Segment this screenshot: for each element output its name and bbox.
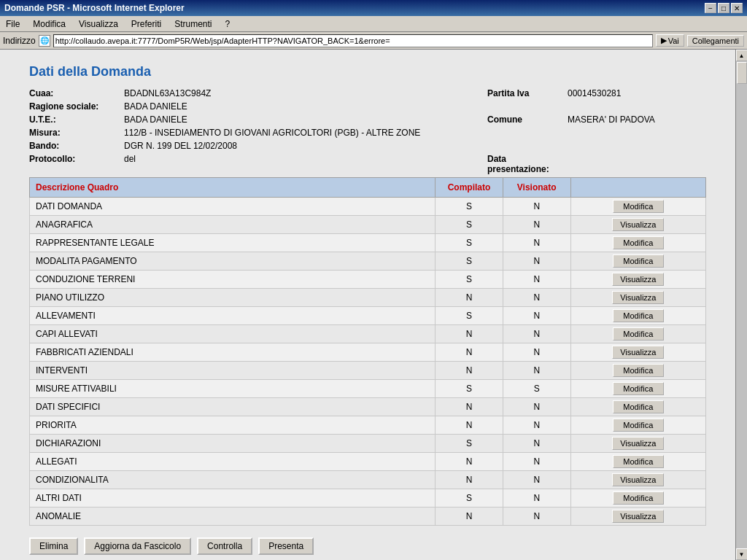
visualizza-row-button[interactable]: Visualizza — [612, 218, 664, 231]
window-title: Domande PSR - Microsoft Internet Explore… — [4, 3, 185, 13]
visualizza-row-button[interactable]: Visualizza — [612, 291, 664, 304]
links-button[interactable]: Collegamenti — [687, 35, 744, 47]
row-visionato: N — [503, 234, 570, 252]
row-visionato: N — [503, 362, 570, 380]
ute-row: U.T.E.: BADA DANIELE Comune MASERA' DI P… — [29, 114, 706, 125]
modifica-row-button[interactable]: Modifica — [613, 455, 664, 468]
modifica-row-button[interactable]: Modifica — [613, 491, 664, 505]
close-button[interactable]: ✕ — [731, 3, 743, 13]
visualizza-row-button[interactable]: Visualizza — [612, 346, 664, 359]
page-icon: 🌐 — [39, 35, 50, 47]
row-action: Visualizza — [570, 289, 705, 307]
ute-label: U.T.E.: — [29, 114, 124, 125]
visualizza-row-button[interactable]: Visualizza — [612, 510, 664, 523]
row-compilato: N — [436, 508, 503, 526]
row-visionato: N — [503, 307, 570, 325]
modifica-row-button[interactable]: Modifica — [613, 327, 664, 341]
modifica-row-button[interactable]: Modifica — [613, 309, 664, 322]
row-descrizione: CONDUZIONE TERRENI — [30, 271, 436, 289]
scroll-track[interactable] — [736, 61, 748, 548]
scroll-up-button[interactable]: ▲ — [736, 50, 748, 61]
partita-iva-value: 00014530281 — [568, 88, 621, 98]
comune-value: MASERA' DI PADOVA — [568, 114, 655, 125]
address-label: Indirizzo — [3, 36, 36, 46]
ragione-sociale-label: Ragione sociale: — [29, 101, 124, 112]
row-descrizione: ANOMALIE — [30, 508, 436, 526]
scroll-thumb[interactable] — [737, 62, 747, 84]
row-descrizione: CAPI ALLEVATI — [30, 325, 436, 343]
scrollbar-right[interactable]: ▲ ▼ — [735, 50, 747, 560]
row-action: Visualizza — [570, 508, 705, 526]
visualizza-row-button[interactable]: Visualizza — [612, 473, 664, 486]
menu-file[interactable]: File — [3, 18, 23, 31]
title-bar: Domande PSR - Microsoft Internet Explore… — [0, 0, 747, 16]
scroll-down-button[interactable]: ▼ — [736, 548, 748, 560]
row-visionato: N — [503, 453, 570, 471]
menu-bar: File Modifica Visualizza Preferiti Strum… — [0, 16, 747, 32]
row-action: Visualizza — [570, 271, 705, 289]
row-visionato: N — [503, 343, 570, 362]
row-descrizione: RAPPRESENTANTE LEGALE — [30, 234, 436, 252]
go-button[interactable]: ▶ Vai — [656, 34, 684, 47]
modifica-row-button[interactable]: Modifica — [613, 364, 664, 377]
table-row: ALTRI DATISNModifica — [30, 489, 706, 508]
address-bar: Indirizzo 🌐 ▶ Vai Collegamenti — [0, 32, 747, 50]
table-row: CONDUZIONE TERRENISNVisualizza — [30, 271, 706, 289]
row-visionato: N — [503, 216, 570, 234]
row-descrizione: DICHIARAZIONI — [30, 435, 436, 453]
row-descrizione: DATI DOMANDA — [30, 198, 436, 216]
row-action: Modifica — [570, 416, 705, 435]
row-descrizione: PIANO UTILIZZO — [30, 289, 436, 307]
minimize-button[interactable]: − — [705, 3, 716, 13]
modifica-row-button[interactable]: Modifica — [613, 200, 664, 213]
restore-button[interactable]: □ — [718, 3, 729, 13]
modifica-row-button[interactable]: Modifica — [613, 236, 664, 249]
cuaa-row: Cuaa: BDADNL63A13C984Z Partita Iva 00014… — [29, 88, 706, 98]
row-compilato: S — [436, 234, 503, 252]
go-label: Vai — [668, 36, 679, 45]
row-compilato: N — [436, 362, 503, 380]
modifica-row-button[interactable]: Modifica — [613, 400, 664, 413]
row-compilato: N — [436, 289, 503, 307]
row-descrizione: ALTRI DATI — [30, 489, 436, 508]
row-action: Modifica — [570, 453, 705, 471]
ragione-sociale-row: Ragione sociale: BADA DANIELE — [29, 101, 706, 112]
aggiorna-button[interactable]: Aggiorna da Fascicolo — [84, 537, 191, 555]
menu-visualizza[interactable]: Visualizza — [76, 18, 121, 31]
menu-preferiti[interactable]: Preferiti — [128, 18, 164, 31]
elimina-button[interactable]: Elimina — [29, 537, 78, 555]
visualizza-row-button[interactable]: Visualizza — [612, 437, 664, 450]
table-row: ANAGRAFICASNVisualizza — [30, 216, 706, 234]
table-row: MODALITA PAGAMENTOSNModifica — [30, 252, 706, 271]
table-row: ALLEVAMENTISNModifica — [30, 307, 706, 325]
row-visionato: N — [503, 435, 570, 453]
table-row: MISURE ATTIVABILISSModifica — [30, 380, 706, 398]
menu-modifica[interactable]: Modifica — [30, 18, 69, 31]
visualizza-row-button[interactable]: Visualizza — [612, 273, 664, 286]
row-action: Modifica — [570, 252, 705, 271]
presenta-button[interactable]: Presenta — [258, 537, 314, 555]
col-compilato: Compilato — [436, 178, 503, 198]
misura-row: Misura: 112/B - INSEDIAMENTO DI GIOVANI … — [29, 128, 706, 138]
modifica-row-button[interactable]: Modifica — [613, 382, 664, 395]
menu-help[interactable]: ? — [222, 18, 233, 31]
menu-strumenti[interactable]: Strumenti — [171, 18, 214, 31]
row-action: Modifica — [570, 325, 705, 343]
spacer-right — [487, 101, 706, 112]
row-action: Visualizza — [570, 435, 705, 453]
modifica-row-button[interactable]: Modifica — [613, 254, 664, 268]
row-action: Modifica — [570, 380, 705, 398]
row-descrizione: PRIORITA — [30, 416, 436, 435]
modifica-row-button[interactable]: Modifica — [613, 419, 664, 432]
table-row: ALLEGATINNModifica — [30, 453, 706, 471]
controlla-button[interactable]: Controlla — [197, 537, 252, 555]
ute-value: BADA DANIELE — [124, 114, 487, 125]
misura-label: Misura: — [29, 128, 124, 138]
table-row: DATI DOMANDASNModifica — [30, 198, 706, 216]
row-action: Visualizza — [570, 343, 705, 362]
col-visionato: Visionato — [503, 178, 570, 198]
row-descrizione: ALLEVAMENTI — [30, 307, 436, 325]
address-input[interactable] — [53, 34, 653, 47]
page-title: Dati della Domanda — [29, 64, 706, 79]
table-row: PRIORITANNModifica — [30, 416, 706, 435]
